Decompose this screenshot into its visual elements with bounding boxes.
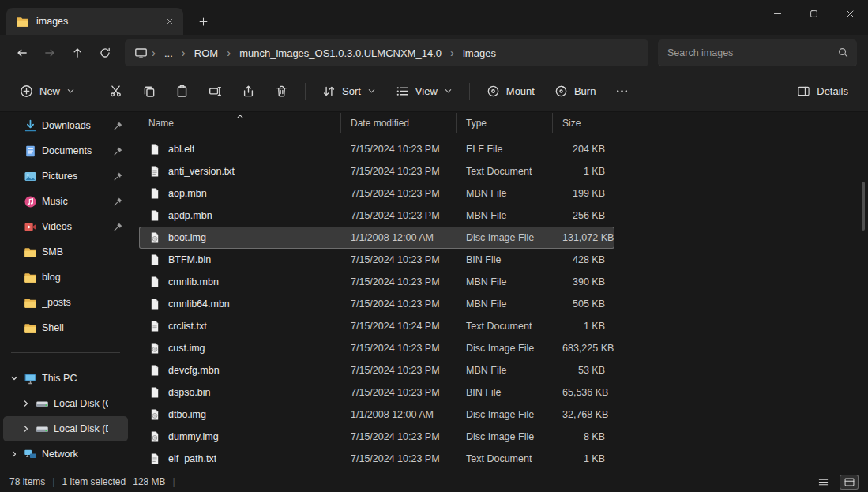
share-button[interactable]	[233, 77, 264, 106]
view-icon	[396, 85, 409, 98]
titlebar[interactable]: images	[0, 0, 868, 35]
file-size: 1 KB	[553, 321, 614, 332]
breadcrumb-segment[interactable]: munch_images_OS1.0.3.0.ULMCNXM_14.0	[234, 44, 447, 62]
file-row[interactable]: dummy.img 7/15/2024 10:23 PM Disc Image …	[139, 426, 614, 448]
sidebar-item-local-disk-d[interactable]: Local Disk (D:)	[3, 416, 128, 441]
file-name-cell: crclist.txt	[139, 320, 341, 332]
chevron-right-icon[interactable]	[21, 424, 31, 434]
minimize-button[interactable]	[759, 0, 795, 27]
file-row[interactable]: elf_path.txt 7/15/2024 10:23 PM Text Doc…	[139, 448, 614, 470]
file-row[interactable]: cmnlib.mbn 7/15/2024 10:23 PM MBN File 3…	[139, 271, 614, 293]
file-name: anti_version.txt	[168, 166, 235, 177]
this-pc-icon	[24, 372, 37, 385]
search-input[interactable]	[667, 47, 831, 58]
file-row[interactable]: cmnlib64.mbn 7/15/2024 10:23 PM MBN File…	[139, 293, 614, 315]
cut-icon	[109, 85, 122, 98]
file-date-modified: 1/1/2008 12:00 AM	[341, 232, 457, 243]
sidebar-item-this-pc[interactable]: This PC	[3, 366, 128, 391]
breadcrumb-segment[interactable]: images	[457, 44, 502, 62]
maximize-button[interactable]	[795, 0, 832, 27]
rename-button[interactable]	[200, 77, 231, 106]
file-row[interactable]: BTFM.bin 7/15/2024 10:23 PM BIN File 428…	[139, 249, 614, 271]
chevron-right-icon[interactable]	[9, 449, 19, 459]
sidebar-item-documents[interactable]: Documents	[3, 138, 128, 163]
sort-button[interactable]: Sort	[314, 77, 385, 106]
tab-title: images	[36, 16, 156, 27]
scrollbar-thumb[interactable]	[862, 182, 865, 231]
sidebar-item-music[interactable]: Music	[3, 189, 128, 214]
new-tab-button[interactable]	[193, 11, 213, 32]
file-row[interactable]: crclist.txt 7/15/2024 10:24 PM Text Docu…	[139, 315, 614, 337]
folder-icon	[24, 321, 37, 335]
back-button[interactable]	[8, 40, 36, 66]
details-view-toggle[interactable]	[814, 475, 832, 490]
file-row[interactable]: abl.elf 7/15/2024 10:23 PM ELF File 204 …	[139, 138, 614, 160]
details-pane-button[interactable]: Details	[788, 77, 857, 106]
burn-button-label: Burn	[574, 85, 596, 97]
close-button[interactable]	[832, 0, 868, 27]
file-row[interactable]: anti_version.txt 7/15/2024 10:23 PM Text…	[139, 160, 614, 182]
view-button[interactable]: View	[387, 77, 461, 106]
sidebar-item-posts[interactable]: _posts	[3, 290, 128, 315]
search-icon[interactable]	[837, 47, 849, 58]
chevron-down-icon[interactable]	[9, 374, 19, 383]
forward-button[interactable]	[36, 40, 63, 66]
file-row[interactable]: cust.img 7/15/2024 10:23 PM Disc Image F…	[139, 337, 614, 359]
file-row[interactable]: aop.mbn 7/15/2024 10:23 PM MBN File 199 …	[139, 182, 614, 205]
cut-button[interactable]	[100, 77, 131, 106]
file-type: MBN File	[457, 276, 553, 287]
copy-button[interactable]	[133, 77, 164, 106]
file-name-cell: BTFM.bin	[139, 254, 341, 266]
chevron-right-icon[interactable]	[21, 399, 31, 408]
mount-button[interactable]: Mount	[478, 77, 543, 106]
sidebar-item-shell[interactable]: Shell	[3, 315, 128, 340]
drives-tree: This PC Local Disk (C:) Local Disk (D:) …	[3, 366, 128, 467]
vertical-scrollbar[interactable]	[859, 117, 867, 467]
explorer-tab[interactable]: images	[6, 8, 183, 35]
see-more-button[interactable]	[607, 77, 637, 106]
file-date-modified: 7/15/2024 10:23 PM	[341, 254, 457, 265]
up-button[interactable]	[63, 40, 91, 66]
new-button[interactable]: New	[11, 77, 84, 106]
sidebar-item-blog[interactable]: blog	[3, 265, 128, 290]
sidebar-item-local-disk-c[interactable]: Local Disk (C:)	[3, 391, 128, 416]
file-size: 1 KB	[553, 453, 614, 464]
column-header-name[interactable]: Name	[139, 113, 341, 133]
sidebar-item-pictures[interactable]: Pictures	[3, 163, 128, 189]
search-box[interactable]	[658, 39, 857, 66]
tab-close-icon[interactable]	[163, 14, 177, 28]
file-date-modified: 7/15/2024 10:24 PM	[341, 321, 457, 332]
file-date-modified: 7/15/2024 10:23 PM	[341, 166, 457, 177]
sidebar-item-downloads[interactable]: Downloads	[3, 113, 128, 138]
file-date-modified: 7/15/2024 10:23 PM	[341, 276, 457, 287]
sidebar-item-network[interactable]: Network	[3, 441, 128, 467]
column-header-type[interactable]: Type	[457, 113, 553, 133]
refresh-button[interactable]	[91, 40, 118, 66]
file-row[interactable]: apdp.mbn 7/15/2024 10:23 PM MBN File 256…	[139, 205, 614, 227]
file-row[interactable]: boot.img 1/1/2008 12:00 AM Disc Image Fi…	[139, 227, 614, 249]
breadcrumb-segment[interactable]: ROM	[189, 44, 224, 62]
paste-button[interactable]	[167, 77, 197, 106]
column-label: Type	[466, 118, 487, 129]
breadcrumb-segment[interactable]: ...	[159, 44, 178, 62]
column-label: Size	[562, 118, 581, 129]
file-row[interactable]: dspso.bin 7/15/2024 10:23 PM BIN File 65…	[139, 381, 614, 404]
file-row[interactable]: dtbo.img 1/1/2008 12:00 AM Disc Image Fi…	[139, 404, 614, 426]
column-header-date-modified[interactable]: Date modified	[341, 113, 457, 133]
file-row[interactable]: devcfg.mbn 7/15/2024 10:23 PM MBN File 5…	[139, 359, 614, 381]
quick-access-list: Downloads Documents Pictures Music Video…	[3, 113, 128, 340]
large-icons-view-toggle[interactable]	[840, 475, 859, 490]
delete-button[interactable]	[266, 77, 297, 106]
sidebar-item-videos[interactable]: Videos	[3, 214, 128, 239]
documents-icon	[24, 145, 37, 158]
details-pane-icon	[797, 85, 810, 98]
sidebar-item-smb[interactable]: SMB	[3, 239, 128, 265]
file-explorer-window: images ›...›ROM›munch_images_OS1.0.3.0.U…	[0, 0, 868, 492]
file-name-cell: devcfg.mbn	[139, 364, 341, 377]
column-header-size[interactable]: Size	[553, 113, 614, 133]
file-name-cell: dtbo.img	[139, 408, 341, 421]
burn-button[interactable]: Burn	[546, 77, 604, 106]
file-type: BIN File	[457, 254, 553, 265]
file-size: 8 KB	[553, 431, 614, 442]
breadcrumb[interactable]: ›...›ROM›munch_images_OS1.0.3.0.ULMCNXM_…	[125, 39, 648, 66]
